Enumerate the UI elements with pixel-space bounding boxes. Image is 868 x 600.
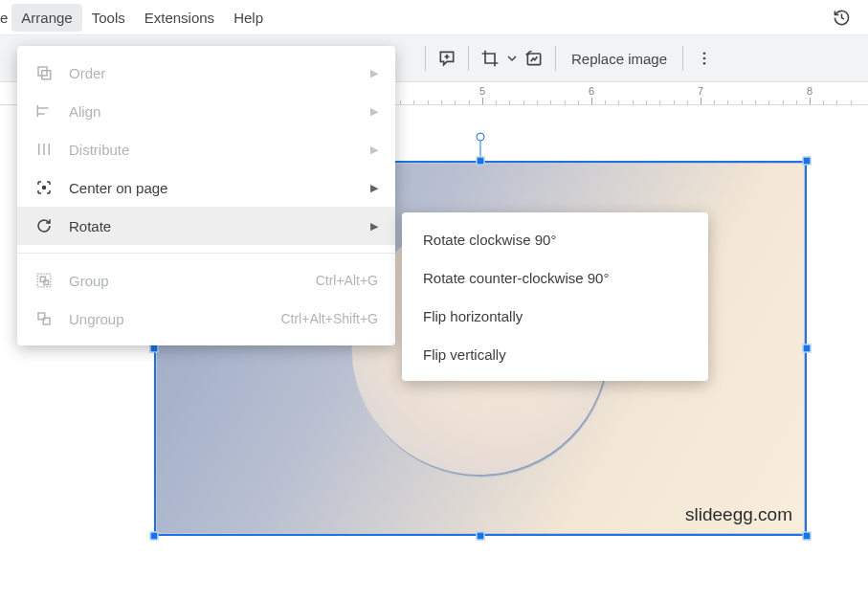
menubar: e Arrange Tools Extensions Help bbox=[0, 0, 868, 34]
submenu-item-label: Flip horizontally bbox=[423, 308, 687, 324]
menu-item-label: Rotate bbox=[69, 218, 355, 234]
ruler-tick-label: 6 bbox=[589, 85, 594, 97]
ruler-tick-label: 8 bbox=[807, 85, 812, 97]
menu-item-label: Distribute bbox=[69, 142, 355, 158]
menu-item-label: Order bbox=[69, 65, 355, 81]
reset-image-button[interactable] bbox=[519, 43, 549, 74]
toolbar-separator bbox=[425, 46, 426, 71]
crop-image-button[interactable] bbox=[475, 43, 505, 74]
menu-item-shortcut: Ctrl+Alt+Shift+G bbox=[280, 311, 378, 326]
history-icon bbox=[833, 9, 851, 27]
menu-item-align: Align ▶ bbox=[17, 92, 395, 130]
submenu-item-label: Rotate clockwise 90° bbox=[423, 232, 687, 248]
ruler-tick-label: 7 bbox=[698, 85, 703, 97]
distribute-icon bbox=[34, 140, 54, 159]
submenu-arrow-icon: ▶ bbox=[370, 220, 378, 233]
menu-extensions[interactable]: Extensions bbox=[135, 4, 224, 32]
selection-handle-sw[interactable] bbox=[150, 532, 159, 541]
submenu-item-flip-horizontal[interactable]: Flip horizontally bbox=[402, 297, 708, 335]
arrange-menu: Order ▶ Align ▶ Distribute ▶ Center on p… bbox=[17, 46, 395, 345]
crop-dropdown[interactable] bbox=[505, 43, 519, 74]
center-on-page-icon bbox=[34, 178, 54, 197]
submenu-item-flip-vertical[interactable]: Flip vertically bbox=[402, 335, 708, 373]
crop-icon bbox=[480, 49, 500, 68]
submenu-arrow-icon: ▶ bbox=[370, 144, 378, 156]
menu-item-order: Order ▶ bbox=[17, 54, 395, 92]
replace-image-button[interactable]: Replace image bbox=[562, 51, 677, 67]
menu-item-group: Group Ctrl+Alt+G bbox=[17, 261, 395, 300]
selection-handle-e[interactable] bbox=[803, 344, 812, 353]
more-options-button[interactable] bbox=[689, 43, 720, 74]
submenu-item-rotate-cw[interactable]: Rotate clockwise 90° bbox=[402, 220, 708, 258]
last-edit-history-button[interactable] bbox=[828, 4, 855, 31]
menu-item-label: Align bbox=[69, 103, 355, 120]
menu-item-center-on-page[interactable]: Center on page ▶ bbox=[17, 168, 395, 207]
menu-separator bbox=[17, 253, 395, 254]
submenu-item-label: Flip vertically bbox=[423, 346, 687, 363]
svg-point-4 bbox=[703, 57, 706, 60]
slide-watermark: slideegg.com bbox=[685, 504, 792, 525]
toolbar-separator bbox=[468, 46, 469, 71]
menu-item-ungroup: Ungroup Ctrl+Alt+Shift+G bbox=[17, 300, 395, 338]
selection-handle-ne[interactable] bbox=[803, 157, 812, 166]
selection-handle-n[interactable] bbox=[477, 157, 485, 166]
submenu-arrow-icon: ▶ bbox=[370, 67, 378, 79]
toolbar-separator bbox=[682, 46, 683, 71]
menu-item-rotate[interactable]: Rotate ▶ bbox=[17, 207, 395, 245]
comment-plus-icon bbox=[437, 49, 456, 68]
menu-item-label: Group bbox=[69, 273, 300, 289]
svg-point-3 bbox=[703, 52, 706, 55]
align-icon bbox=[34, 101, 54, 121]
menu-item-distribute: Distribute ▶ bbox=[17, 130, 395, 168]
edge-truncated: e bbox=[0, 10, 11, 26]
ungroup-icon bbox=[34, 309, 54, 328]
selection-handle-se[interactable] bbox=[803, 532, 812, 541]
submenu-arrow-icon: ▶ bbox=[370, 105, 378, 118]
reset-image-icon bbox=[524, 49, 544, 68]
svg-point-14 bbox=[43, 187, 46, 189]
rotate-submenu: Rotate clockwise 90° Rotate counter-cloc… bbox=[402, 212, 708, 381]
toolbar-separator bbox=[555, 46, 556, 71]
menu-arrange[interactable]: Arrange bbox=[11, 4, 81, 32]
menu-item-label: Ungroup bbox=[69, 311, 265, 327]
add-comment-button[interactable] bbox=[432, 43, 462, 74]
menu-help[interactable]: Help bbox=[224, 4, 273, 32]
rotation-handle[interactable] bbox=[477, 133, 485, 142]
order-icon bbox=[34, 63, 54, 82]
menu-item-shortcut: Ctrl+Alt+G bbox=[316, 273, 378, 288]
menu-item-label: Center on page bbox=[69, 180, 355, 196]
submenu-item-rotate-ccw[interactable]: Rotate counter-clockwise 90° bbox=[402, 258, 708, 297]
ruler-tick-label: 5 bbox=[479, 85, 485, 97]
submenu-item-label: Rotate counter-clockwise 90° bbox=[423, 270, 687, 286]
svg-point-5 bbox=[703, 62, 706, 65]
group-icon bbox=[34, 271, 54, 290]
submenu-arrow-icon: ▶ bbox=[370, 182, 378, 194]
more-vertical-icon bbox=[696, 50, 713, 67]
menu-tools[interactable]: Tools bbox=[82, 4, 135, 32]
rotate-icon bbox=[34, 216, 54, 235]
chevron-down-icon bbox=[507, 54, 517, 63]
selection-handle-s[interactable] bbox=[477, 532, 485, 541]
